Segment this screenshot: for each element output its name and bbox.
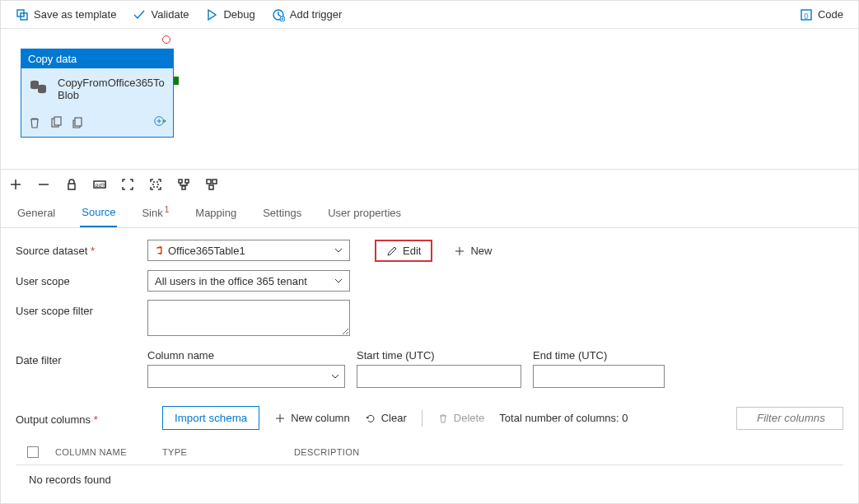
sink-badge: 1	[165, 205, 170, 214]
clear-label: Clear	[381, 412, 407, 424]
office365-icon	[155, 246, 163, 254]
tab-mapping[interactable]: Mapping	[194, 200, 238, 226]
code-button[interactable]: {} Code	[791, 5, 852, 25]
save-template-icon	[16, 8, 29, 21]
database-icon	[28, 77, 49, 98]
user-scope-select[interactable]: All users in the office 365 tenant	[147, 270, 350, 292]
zoom-100-icon[interactable]: oo%	[93, 178, 106, 191]
tab-general[interactable]: General	[16, 200, 57, 226]
fit-to-screen-icon[interactable]	[149, 178, 162, 191]
add-trigger-button[interactable]: Add trigger	[264, 5, 351, 25]
copy-icon[interactable]	[49, 116, 63, 129]
save-template-label: Save as template	[34, 8, 116, 21]
pencil-icon	[386, 245, 398, 257]
svg-text:oo%: oo%	[96, 182, 107, 188]
output-columns-grid-header: COLUMN NAME TYPE DESCRIPTION	[16, 438, 843, 464]
svg-text:{}: {}	[804, 12, 809, 19]
svg-rect-12	[68, 184, 75, 189]
validate-button[interactable]: Validate	[124, 5, 197, 25]
lock-icon[interactable]	[65, 178, 78, 191]
trigger-icon	[272, 8, 285, 21]
success-connector[interactable]	[174, 77, 179, 85]
trash-icon[interactable]	[28, 116, 41, 129]
total-columns-count: Total number of columns: 0	[499, 412, 628, 424]
clear-columns-button[interactable]: Clear	[365, 412, 407, 424]
source-dataset-value: Office365Table1	[168, 245, 245, 257]
add-output-icon[interactable]	[153, 114, 166, 128]
svg-rect-18	[182, 186, 185, 189]
date-filter-label: Date filter	[16, 349, 147, 366]
svg-rect-15	[153, 182, 158, 187]
filter-columns-input[interactable]	[736, 407, 843, 430]
svg-rect-20	[212, 180, 217, 184]
add-icon[interactable]	[9, 178, 22, 191]
play-icon	[205, 8, 218, 21]
checkmark-icon	[133, 8, 146, 21]
code-icon: {}	[800, 8, 813, 21]
end-time-input[interactable]	[533, 365, 665, 388]
col-header-description: DESCRIPTION	[294, 447, 360, 457]
fullscreen-icon[interactable]	[121, 178, 134, 191]
svg-rect-19	[207, 180, 211, 184]
user-scope-label: User scope	[16, 270, 147, 287]
user-scope-filter-label: User scope filter	[16, 300, 147, 317]
save-as-template-button[interactable]: Save as template	[7, 5, 124, 25]
col-header-name: COLUMN NAME	[55, 447, 146, 457]
code-label: Code	[818, 8, 843, 21]
column-name-header: Column name	[147, 349, 345, 362]
chevron-down-icon	[334, 246, 343, 254]
chevron-down-icon	[334, 277, 343, 285]
edit-label: Edit	[403, 245, 421, 257]
svg-rect-10	[75, 118, 82, 126]
add-trigger-label: Add trigger	[290, 8, 343, 21]
auto-align-icon[interactable]	[177, 178, 190, 191]
tab-source[interactable]: Source	[80, 199, 117, 227]
chevron-down-icon	[331, 372, 339, 380]
debug-label: Debug	[223, 8, 254, 21]
svg-rect-9	[54, 117, 61, 125]
edit-dataset-button[interactable]: Edit	[375, 240, 432, 262]
top-toolbar: Save as template Validate Debug Add trig…	[1, 1, 858, 29]
start-time-input[interactable]	[357, 365, 521, 388]
new-column-label: New column	[291, 412, 350, 424]
import-schema-button[interactable]: Import schema	[162, 406, 259, 430]
svg-rect-21	[209, 185, 213, 189]
plus-icon	[454, 245, 465, 257]
debug-button[interactable]: Debug	[197, 5, 263, 25]
svg-rect-17	[185, 180, 189, 183]
tab-user-properties[interactable]: User properties	[326, 200, 403, 226]
source-dataset-select[interactable]: Office365Table1	[147, 240, 350, 261]
plus-icon	[274, 413, 286, 424]
new-label: New	[470, 245, 492, 257]
delete-label: Delete	[454, 412, 485, 424]
clone-icon[interactable]	[71, 116, 84, 129]
new-column-button[interactable]: New column	[274, 412, 350, 424]
treeview-icon[interactable]	[205, 178, 218, 191]
end-time-header: End time (UTC)	[533, 349, 665, 362]
canvas-mini-toolbar: oo%	[1, 169, 858, 198]
date-filter-column-select[interactable]	[147, 365, 345, 388]
tab-sink[interactable]: Sink1	[140, 198, 170, 226]
copy-data-activity[interactable]: Copy data CopyFromOffice365ToBlob	[21, 49, 174, 138]
select-all-checkbox[interactable]	[27, 446, 39, 458]
validation-dot-icon	[162, 35, 170, 44]
source-dataset-label: Source dataset	[16, 240, 147, 257]
activity-name: CopyFromOffice365ToBlob	[58, 77, 166, 101]
activity-tabs: General Source Sink1 Mapping Settings Us…	[1, 198, 858, 228]
delete-column-button: Delete	[437, 412, 485, 424]
user-scope-value: All users in the office 365 tenant	[155, 275, 307, 287]
tab-settings[interactable]: Settings	[261, 200, 303, 226]
source-form: Source dataset Office365Table1 Edit New …	[1, 228, 858, 504]
output-columns-label: Output columns	[16, 410, 147, 426]
validate-label: Validate	[151, 8, 189, 21]
svg-rect-16	[179, 180, 182, 183]
trash-icon	[437, 413, 449, 424]
activity-header: Copy data	[21, 49, 173, 68]
user-scope-filter-input[interactable]	[147, 300, 350, 336]
refresh-icon	[365, 413, 376, 424]
pipeline-canvas[interactable]: Copy data CopyFromOffice365ToBlob	[1, 29, 858, 169]
activity-footer	[21, 110, 173, 137]
no-records-message: No records found	[16, 464, 843, 494]
new-dataset-button[interactable]: New	[447, 241, 498, 260]
remove-icon[interactable]	[37, 178, 50, 191]
